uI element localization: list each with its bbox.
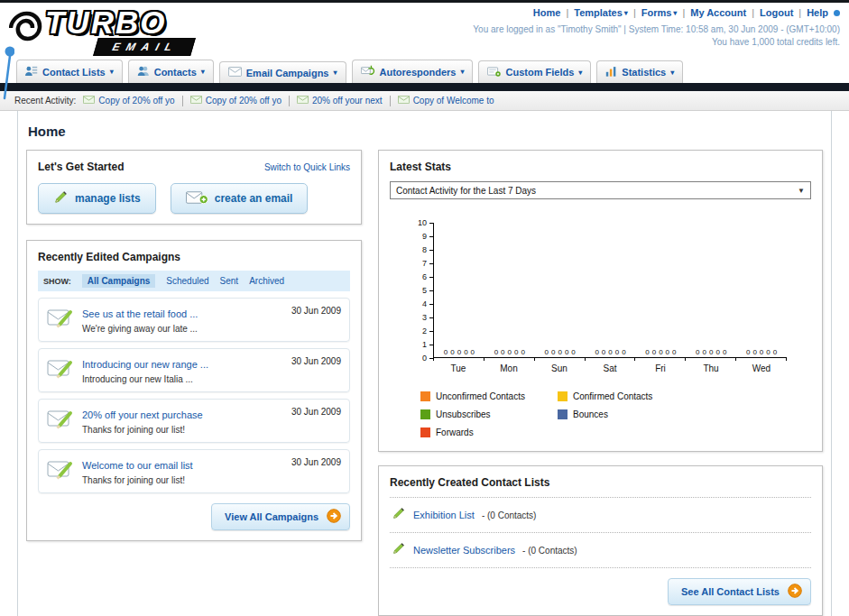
campaign-subtitle: Thanks for joining our list! [82, 425, 277, 435]
tab-label: Statistics [622, 67, 666, 78]
contact-list: Exhibition List- (0 Contacts)Newsletter … [390, 497, 811, 568]
separator: | [798, 7, 801, 18]
email-campaigns-icon [228, 67, 242, 78]
recent-activity-link[interactable]: Copy of Welcome to [413, 96, 494, 106]
value-label: 0 [622, 348, 625, 356]
contact-list-link[interactable]: Exhibition List [413, 510, 475, 520]
autoresponders-icon [361, 65, 375, 78]
recent-activity-item: Copy of 20% off yo [83, 96, 174, 106]
view-all-campaigns-button[interactable]: View All Campaigns [211, 503, 350, 530]
y-tick-label: 7 [422, 259, 427, 268]
legend-swatch [558, 409, 568, 419]
campaign-title-link[interactable]: 20% off your next purchase [82, 409, 203, 420]
custom-fields-icon [487, 66, 501, 78]
envelope-pencil-icon [47, 458, 74, 483]
manage-lists-label: manage lists [75, 192, 141, 205]
tab-contact-lists[interactable]: Contact Lists▾ [16, 60, 123, 83]
legend-swatch [420, 428, 430, 437]
stats-period-dropdown[interactable]: Contact Activity for the Last 7 Days ▼ [390, 181, 811, 199]
value-label: 0 [602, 348, 605, 356]
value-label: 0 [760, 348, 763, 356]
campaign-row[interactable]: See us at the retail food ...We're givin… [38, 298, 350, 342]
chevron-down-icon: ▾ [110, 68, 114, 76]
tab-autoresponders[interactable]: Autoresponders▾ [352, 60, 474, 83]
top-link-my-account[interactable]: My Account [690, 7, 746, 18]
right-column: Latest Stats Contact Activity for the La… [378, 150, 823, 616]
x-tick-cell [535, 358, 586, 361]
top-link-logout[interactable]: Logout [760, 7, 793, 18]
recently-created-contact-lists-panel: Recently Created Contact Lists Exhibitio… [378, 465, 823, 616]
campaign-row[interactable]: Introducing our new range ...Introducing… [38, 348, 350, 392]
see-all-contact-lists-button[interactable]: See All Contact Lists [668, 578, 811, 605]
top-link-forms[interactable]: Forms▾ [641, 7, 678, 18]
main-nav-tabs: Contact Lists▾Contacts▾Email Campaigns▾A… [0, 59, 849, 83]
switch-to-quick-links-link[interactable]: Switch to Quick Links [264, 162, 350, 172]
value-labels: 00000 [686, 348, 736, 356]
top-link-home[interactable]: Home [533, 7, 561, 18]
chart-group-tue: 00000 [434, 223, 484, 357]
tab-custom-fields[interactable]: Custom Fields▾ [478, 60, 591, 83]
y-tick [429, 304, 433, 305]
filter-sent[interactable]: Sent [220, 276, 239, 286]
chart-x-labels: TueMonSunSatFriThuWed [433, 363, 787, 373]
chart-x-ticks [433, 358, 787, 361]
campaign-row[interactable]: 20% off your next purchaseThanks for joi… [38, 399, 350, 443]
tab-label: Email Campaigns [246, 68, 329, 78]
value-labels: 00000 [586, 348, 636, 356]
value-label: 0 [659, 348, 662, 356]
recent-activity-link[interactable]: Copy of 20% off yo [98, 96, 174, 106]
top-link-templates[interactable]: Templates▾ [574, 7, 628, 18]
value-label: 0 [746, 348, 750, 356]
recent-activity-link[interactable]: 20% off your next [312, 96, 383, 106]
campaign-date: 30 Jun 2009 [291, 356, 341, 366]
campaign-title-link[interactable]: See us at the retail food ... [82, 308, 198, 319]
filter-scheduled[interactable]: Scheduled [166, 276, 208, 286]
y-tick-label: 4 [422, 299, 427, 308]
app-logo: TURBO EMAIL [9, 6, 235, 55]
chart-group-sun: 00000 [535, 223, 586, 357]
y-tick [429, 263, 433, 264]
campaign-title-link[interactable]: Welcome to our email list [82, 460, 193, 471]
x-tick-cell [635, 358, 686, 361]
campaign-subtitle: Thanks for joining our list! [82, 475, 277, 485]
see-all-contact-lists-label: See All Contact Lists [681, 586, 780, 597]
x-tick-cell [433, 358, 484, 361]
page-title: Home [28, 124, 823, 139]
top-link-help[interactable]: Help [807, 7, 828, 18]
two-column-layout: Let's Get Started Switch to Quick Links … [26, 150, 823, 616]
create-email-button[interactable]: create an email [171, 183, 309, 214]
chart-groups: 00000000000000000000000000000000000 [434, 223, 787, 357]
pencil-icon [53, 189, 69, 207]
envelope-small-icon [297, 96, 309, 106]
campaign-row[interactable]: Welcome to our email listThanks for join… [38, 449, 350, 493]
x-tick-label: Thu [686, 363, 736, 373]
recent-activity-item: Copy of Welcome to [398, 96, 494, 106]
logo-swirl-icon [9, 10, 45, 50]
chart-legend: Unconfirmed ContactsConfirmed ContactsUn… [420, 391, 811, 437]
filter-all-campaigns[interactable]: All Campaigns [82, 274, 155, 288]
x-tick-cell [484, 358, 535, 361]
stats-period-value: Contact Activity for the Last 7 Days [396, 186, 536, 196]
value-label: 0 [471, 348, 475, 356]
chevron-down-icon: ▼ [798, 187, 805, 195]
y-tick-label: 0 [422, 354, 427, 363]
tab-label: Autoresponders [380, 67, 457, 78]
manage-lists-button[interactable]: manage lists [38, 183, 156, 214]
tab-contacts[interactable]: Contacts▾ [128, 60, 214, 83]
value-label: 0 [752, 348, 756, 356]
tab-email-campaigns[interactable]: Email Campaigns▾ [219, 61, 346, 83]
value-label: 0 [514, 348, 518, 356]
tab-statistics[interactable]: Statistics▾ [596, 60, 683, 83]
recent-activity-link[interactable]: Copy of 20% off yo [206, 96, 281, 106]
filter-archived[interactable]: Archived [249, 276, 284, 286]
header: TURBO EMAIL Home|Templates▾|Forms▾|My Ac… [0, 3, 849, 59]
separator: | [566, 7, 568, 18]
separator: | [752, 7, 754, 18]
campaign-subtitle: We're giving away our late ... [82, 324, 277, 334]
campaign-title-link[interactable]: Introducing our new range ... [82, 359, 208, 370]
envelope-small-icon [83, 96, 95, 106]
value-label: 0 [615, 348, 619, 356]
contact-list-link[interactable]: Newsletter Subscribers [413, 545, 515, 556]
value-label: 0 [595, 348, 598, 356]
legend-item-confirmed-contacts: Confirmed Contacts [558, 391, 695, 401]
